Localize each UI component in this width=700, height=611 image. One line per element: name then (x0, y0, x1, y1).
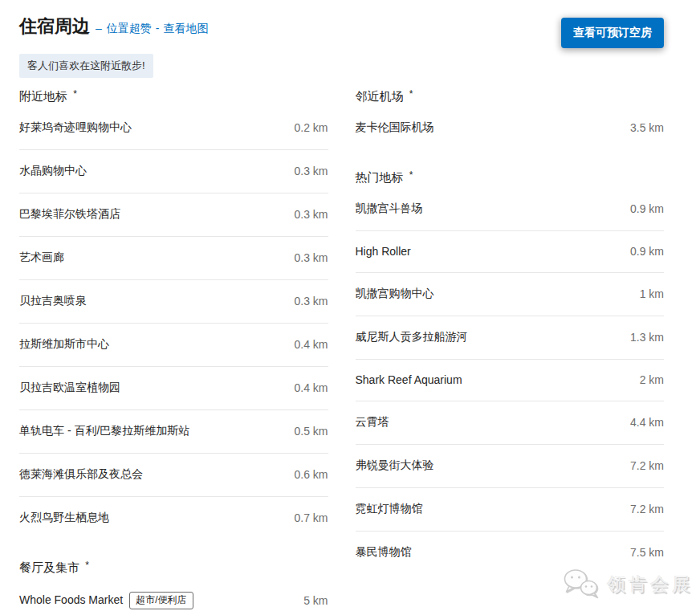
poi-name-wrap: 贝拉吉欧温室植物园 (19, 381, 120, 395)
poi-name: 德莱海滩俱乐部及夜总会 (19, 467, 143, 480)
poi-row: 凯撒宫购物中心1 km (356, 273, 665, 316)
poi-row: Shark Reef Aquarium2 km (356, 360, 665, 401)
walkability-badge: 客人们喜欢在这附近散步! (19, 54, 153, 78)
poi-name: 凯撒宫斗兽场 (356, 202, 423, 214)
poi-distance: 0.9 km (630, 202, 664, 215)
poi-name: 巴黎埃菲尔铁塔酒店 (19, 207, 120, 220)
page-title: 住宿周边 (19, 16, 90, 37)
poi-distance: 7.2 km (630, 459, 664, 472)
poi-name-wrap: 火烈鸟野生栖息地 (19, 511, 109, 525)
poi-name-wrap: 单轨电车 - 百利/巴黎拉斯维加斯站 (19, 424, 189, 438)
poi-distance: 1.3 km (630, 331, 664, 344)
section-heading: 餐厅及集市 * (19, 540, 328, 578)
poi-distance: 0.3 km (294, 251, 328, 264)
poi-name-wrap: 暴民博物馆 (356, 545, 412, 560)
section-heading: 热门地标 * (356, 149, 665, 188)
poi-row: 云霄塔4.4 km (356, 401, 665, 445)
poi-name: 贝拉吉欧温室植物园 (19, 381, 120, 393)
poi-name: 威尼斯人贡多拉船游河 (356, 330, 468, 343)
poi-row: 好莱坞奇迹哩购物中心0.2 km (19, 107, 328, 150)
poi-row: 贝拉吉欧温室植物园0.4 km (19, 367, 328, 410)
poi-name-wrap: 麦卡伦国际机场 (356, 120, 434, 135)
poi-row: High Roller0.9 km (356, 231, 665, 273)
poi-row: 德莱海滩俱乐部及夜总会0.6 km (19, 454, 328, 497)
poi-name: 好莱坞奇迹哩购物中心 (19, 120, 132, 133)
watermark-text: 领肯会展 (607, 572, 694, 597)
title-line: 住宿周边 –位置超赞-查看地图 (19, 16, 208, 37)
poi-name: 云霄塔 (356, 415, 389, 428)
poi-name-wrap: 水晶购物中心 (19, 164, 87, 178)
poi-name: 拉斯维加斯市中心 (19, 337, 109, 350)
poi-distance: 7.5 km (630, 546, 664, 559)
poi-distance: 0.4 km (294, 381, 328, 394)
poi-name: 单轨电车 - 百利/巴黎拉斯维加斯站 (19, 424, 189, 437)
poi-name: 水晶购物中心 (19, 164, 87, 177)
poi-distance: 1 km (640, 287, 664, 300)
poi-name: 贝拉吉奥喷泉 (19, 294, 87, 307)
poi-name: High Roller (356, 245, 411, 258)
poi-name-wrap: Shark Reef Aquarium (356, 373, 462, 386)
poi-name-wrap: High Roller (356, 245, 411, 258)
link-separator: - (156, 22, 160, 35)
poi-name-wrap: 威尼斯人贡多拉船游河 (356, 330, 468, 344)
poi-name: Shark Reef Aquarium (356, 373, 462, 386)
poi-name-wrap: 凯撒宫斗兽场 (356, 202, 423, 216)
poi-list: 凯撒宫斗兽场0.9 kmHigh Roller0.9 km凯撒宫购物中心1 km… (356, 188, 665, 574)
poi-name: 艺术画廊 (19, 251, 64, 263)
view-map-link[interactable]: 查看地图 (163, 22, 208, 35)
poi-name-wrap: 巴黎埃菲尔铁塔酒店 (19, 207, 120, 222)
poi-name: 凯撒宫购物中心 (356, 287, 434, 299)
poi-name-wrap: 云霄塔 (356, 415, 389, 430)
poi-distance: 0.3 km (294, 295, 328, 308)
poi-row: 巴黎埃菲尔铁塔酒店0.3 km (19, 193, 328, 237)
location-rating-link[interactable]: 位置超赞 (107, 22, 152, 35)
watermark: 领肯会展 (562, 568, 694, 600)
see-availability-button[interactable]: 查看可预订空房 (561, 18, 664, 48)
title-dash: – (96, 22, 102, 35)
poi-name: 暴民博物馆 (356, 545, 412, 558)
poi-name-wrap: 弗锐曼街大体验 (356, 458, 434, 473)
poi-row: 拉斯维加斯市中心0.4 km (19, 324, 328, 367)
poi-distance: 0.4 km (294, 338, 328, 351)
poi-name-wrap: 凯撒宫购物中心 (356, 287, 434, 301)
section-star-icon: * (407, 88, 413, 100)
right-column: 邻近机场 *麦卡伦国际机场3.5 km热门地标 *凯撒宫斗兽场0.9 kmHig… (356, 78, 665, 611)
poi-distance: 4.4 km (630, 416, 664, 429)
poi-distance: 0.7 km (294, 511, 328, 524)
poi-row: 弗锐曼街大体验7.2 km (356, 445, 665, 488)
poi-distance: 0.3 km (294, 165, 328, 177)
poi-name-wrap: 拉斯维加斯市中心 (19, 337, 109, 352)
poi-row: 凯撒宫斗兽场0.9 km (356, 188, 665, 231)
poi-list: 好莱坞奇迹哩购物中心0.2 km水晶购物中心0.3 km巴黎埃菲尔铁塔酒店0.3… (19, 107, 328, 540)
poi-distance: 3.5 km (630, 121, 664, 134)
poi-row: 艺术画廊0.3 km (19, 237, 328, 280)
poi-list: 麦卡伦国际机场3.5 km (356, 107, 665, 149)
poi-name: 火烈鸟野生栖息地 (19, 511, 109, 523)
poi-name-wrap: 艺术画廊 (19, 251, 64, 265)
poi-category-tag: 超市/便利店 (129, 592, 193, 609)
poi-columns: 附近地标 *好莱坞奇迹哩购物中心0.2 km水晶购物中心0.3 km巴黎埃菲尔铁… (19, 78, 664, 611)
poi-distance: 0.9 km (630, 245, 664, 258)
poi-row: 水晶购物中心0.3 km (19, 150, 328, 193)
section-star-icon: * (83, 560, 89, 571)
poi-name: 弗锐曼街大体验 (356, 458, 434, 471)
poi-distance: 0.2 km (294, 121, 328, 134)
poi-distance: 7.2 km (630, 503, 664, 515)
poi-list: Whole Foods Market超市/便利店5 km (19, 578, 328, 611)
poi-name-wrap: 贝拉吉奥喷泉 (19, 294, 87, 308)
section-heading: 邻近机场 * (356, 78, 665, 107)
poi-row: 霓虹灯博物馆7.2 km (356, 488, 665, 532)
poi-name-wrap: 霓虹灯博物馆 (356, 502, 423, 516)
poi-row: Whole Foods Market超市/便利店5 km (19, 578, 328, 611)
poi-name-wrap: Whole Foods Market超市/便利店 (19, 592, 193, 609)
poi-distance: 0.6 km (294, 468, 328, 481)
poi-distance: 0.3 km (294, 208, 328, 221)
poi-name-wrap: 好莱坞奇迹哩购物中心 (19, 120, 132, 135)
poi-name: 麦卡伦国际机场 (356, 120, 434, 133)
left-column: 附近地标 *好莱坞奇迹哩购物中心0.2 km水晶购物中心0.3 km巴黎埃菲尔铁… (19, 78, 328, 611)
poi-row: 麦卡伦国际机场3.5 km (356, 107, 665, 149)
poi-name: Whole Foods Market (19, 593, 123, 606)
poi-name-wrap: 德莱海滩俱乐部及夜总会 (19, 467, 143, 482)
section-star-icon: * (71, 88, 77, 100)
poi-row: 单轨电车 - 百利/巴黎拉斯维加斯站0.5 km (19, 410, 328, 454)
